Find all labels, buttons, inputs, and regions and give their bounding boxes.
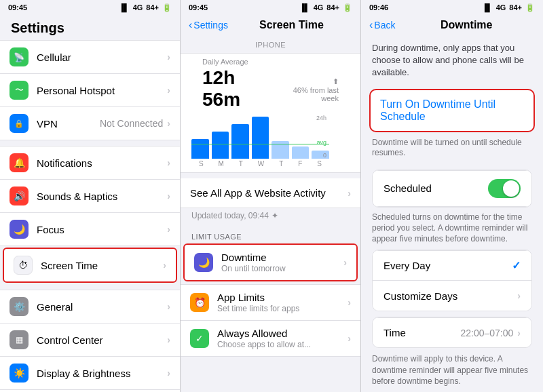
panel3-scroll: During downtime, only apps that you choo… — [361, 35, 543, 392]
always-allowed-item[interactable]: ✓ Always Allowed Choose apps to allow at… — [181, 321, 360, 357]
scheduled-label: Scheduled — [383, 182, 488, 194]
sidebar-item-notifications[interactable]: 🔔 Notifications › — [0, 146, 180, 180]
day-s2: S — [317, 160, 322, 168]
sidebar-item-general[interactable]: ⚙️ General › — [0, 290, 180, 324]
turn-on-downtime-button[interactable]: Turn On Downtime Until Schedule — [369, 89, 535, 132]
back-to-settings[interactable]: ‹ Settings — [189, 19, 228, 31]
customize-days-chevron: › — [517, 290, 521, 301]
scheduled-row[interactable]: Scheduled — [373, 170, 531, 207]
status-bar-1: 09:45 ▐▌ 4G 84+ 🔋 — [0, 0, 180, 15]
every-day-label: Every Day — [383, 260, 512, 271]
bar-5 — [292, 146, 310, 159]
screen-time-label: Screen Time — [41, 260, 163, 271]
cellular-chevron: › — [167, 52, 170, 62]
time-label: Time — [383, 327, 460, 338]
panel2-nav: ‹ Settings Screen Time — [181, 15, 360, 35]
display-chevron: › — [167, 368, 170, 378]
customize-days-label: Customize Days — [383, 290, 517, 302]
status-time-3: 09:46 — [369, 3, 388, 12]
signal-icon-2: ▐▌ — [299, 3, 310, 12]
always-allowed-label: Always Allowed — [217, 328, 348, 339]
limit-usage-label: LIMIT USAGE — [181, 226, 360, 243]
battery-label-1: 84+ — [146, 3, 159, 12]
sidebar-item-screen-time[interactable]: ⏱ Screen Time › — [3, 248, 177, 283]
chart-bars: avg 24h 0 — [191, 115, 329, 159]
updated-row: Updated today, 09:44 ✦ — [181, 208, 360, 226]
panel2-title: Screen Time — [231, 19, 352, 31]
sidebar-item-control-center[interactable]: ▦ Control Center › — [0, 324, 180, 357]
app-limits-icon: ⏰ — [190, 293, 209, 312]
update-icon: ✦ — [272, 211, 278, 220]
sidebar-item-focus[interactable]: 🌙 Focus › — [0, 213, 180, 246]
focus-chevron: › — [167, 224, 170, 235]
back-chevron-3: ‹ — [369, 19, 373, 31]
network-type-3: 4G — [496, 3, 506, 12]
scheduled-desc: Scheduled turns on downtime for the time… — [361, 209, 543, 250]
panel1-scroll: 📡 Cellular › 〜 Personal Hotspot › 🔒 VPN … — [0, 40, 180, 392]
battery-icon-2: 🔋 — [343, 3, 352, 12]
screen-time-icon: ⏱ — [14, 256, 33, 275]
control-center-label: Control Center — [37, 334, 167, 346]
see-all-label: See All App & Website Activity — [190, 187, 348, 199]
bar-0 — [191, 139, 209, 159]
sidebar-item-cellular[interactable]: 📡 Cellular › — [0, 40, 180, 74]
downtime-chevron: › — [343, 257, 347, 268]
sidebar-item-sounds[interactable]: 🔊 Sounds & Haptics › — [0, 180, 180, 213]
divider-1 — [0, 140, 180, 146]
day-s1: S — [199, 160, 204, 168]
daily-avg-label: Daily Average — [191, 58, 350, 66]
scheduled-toggle[interactable] — [488, 179, 521, 198]
panel-screen-time: 09:45 ▐▌ 4G 84+ 🔋 ‹ Settings Screen Time… — [181, 0, 361, 392]
bar-2 — [231, 124, 249, 159]
customize-days-row[interactable]: Customize Days › — [373, 281, 531, 311]
app-limits-label: App Limits — [217, 292, 348, 303]
downtime-description: During downtime, only apps that you choo… — [361, 35, 543, 86]
screen-time-chevron: › — [163, 260, 166, 271]
scale-top: 24h — [316, 115, 326, 121]
back-label-2: Settings — [193, 20, 228, 31]
sidebar-item-hotspot[interactable]: 〜 Personal Hotspot › — [0, 74, 180, 107]
bar-3 — [252, 117, 269, 159]
time-row-dt[interactable]: Time 22:00–07:00 › — [373, 317, 531, 347]
control-center-icon: ▦ — [10, 330, 29, 349]
avg-line — [191, 144, 329, 144]
st-time-value: 12h 56m — [202, 67, 276, 111]
downtime-label: Downtime — [221, 252, 343, 263]
every-day-row[interactable]: Every Day ✓ — [373, 250, 531, 281]
panel2-scroll: IPHONE Daily Average 12h 56m ⬆ 46% from … — [181, 35, 360, 392]
vpn-chevron: › — [167, 118, 170, 129]
always-allowed-subtitle: Choose apps to allow at... — [217, 340, 348, 349]
st-arrow: ⬆ — [276, 77, 339, 86]
device-label: IPHONE — [181, 35, 360, 50]
status-right-1: ▐▌ 4G 84+ 🔋 — [119, 3, 172, 12]
see-all-activity[interactable]: See All App & Website Activity › — [181, 178, 360, 208]
sounds-chevron: › — [167, 191, 170, 201]
network-type-1: 4G — [133, 3, 143, 12]
time-chevron: › — [517, 328, 521, 338]
bar-6 — [312, 151, 329, 159]
panel3-nav: ‹ Back Downtime — [361, 15, 543, 35]
downtime-item[interactable]: 🌙 Downtime On until tomorrow › — [183, 243, 358, 281]
updated-text: Updated today, 09:44 — [191, 211, 269, 220]
day-t1: T — [239, 160, 243, 168]
day-m: M — [219, 160, 224, 168]
turn-on-label: Turn On Downtime Until Schedule — [380, 98, 495, 122]
bar-1 — [212, 132, 229, 159]
vpn-value: Not Connected — [100, 118, 163, 129]
sounds-icon: 🔊 — [10, 187, 29, 205]
app-limits-item[interactable]: ⏰ App Limits Set time limits for apps › — [181, 284, 360, 321]
panel3-title: Downtime — [398, 19, 535, 31]
status-time-2: 09:45 — [189, 3, 208, 12]
general-chevron: › — [167, 301, 170, 312]
time-value-dt: 22:00–07:00 — [460, 328, 513, 338]
sidebar-item-display[interactable]: ☀️ Display & Brightness › — [0, 357, 180, 390]
sidebar-item-vpn[interactable]: 🔒 VPN Not Connected › — [0, 107, 180, 140]
always-allowed-icon: ✓ — [190, 329, 209, 348]
app-limits-subtitle: Set time limits for apps — [217, 304, 348, 313]
chart-labels: S M T W T F S — [191, 160, 329, 168]
cellular-label: Cellular — [37, 52, 167, 63]
every-day-checkmark: ✓ — [512, 259, 521, 272]
back-to-screen-time[interactable]: ‹ Back — [369, 19, 395, 31]
network-type-2: 4G — [314, 3, 324, 12]
back-chevron-2: ‹ — [189, 19, 192, 31]
